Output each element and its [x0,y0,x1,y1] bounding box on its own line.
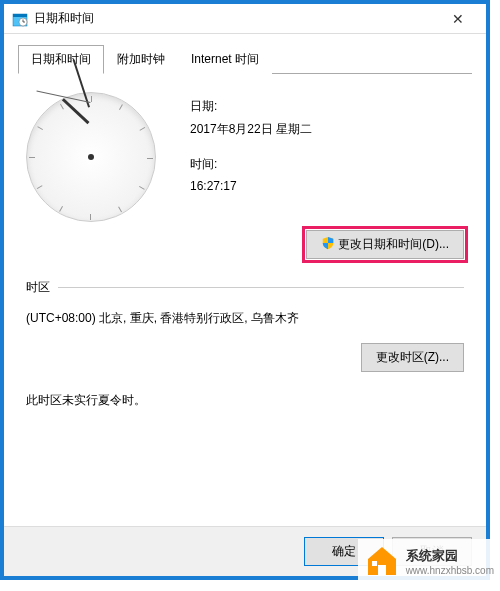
uac-shield-icon [321,236,335,250]
time-label: 时间: [190,156,464,173]
datetime-info: 日期: 2017年8月22日 星期二 时间: 16:27:17 [190,92,464,222]
analog-clock [26,92,156,222]
tab-additional-clocks[interactable]: 附加时钟 [104,45,178,74]
change-datetime-button[interactable]: 更改日期和时间(D)... [306,230,464,259]
watermark-text-wrap: 系统家园 www.hnzxhbsb.com [406,547,494,576]
window-frame: 日期和时间 ✕ 日期和时间 附加时钟 Internet 时间 [0,0,490,580]
svg-rect-5 [378,565,386,575]
close-icon: ✕ [452,11,464,27]
clock-center [88,154,94,160]
svg-rect-6 [372,561,377,566]
watermark-url: www.hnzxhbsb.com [406,565,494,576]
window-title: 日期和时间 [34,10,438,27]
change-datetime-label: 更改日期和时间(D)... [338,237,449,251]
content-area: 日期和时间 附加时钟 Internet 时间 [4,34,486,459]
watermark-name: 系统家园 [406,547,494,565]
time-value: 16:27:17 [190,179,464,193]
timezone-section-title: 时区 [26,279,58,296]
watermark: 系统家园 www.hnzxhbsb.com [358,539,500,583]
change-timezone-row: 更改时区(Z)... [26,343,464,372]
close-button[interactable]: ✕ [438,5,478,33]
tab-panel-datetime: 日期: 2017年8月22日 星期二 时间: 16:27:17 更改日期和时间(… [18,74,472,449]
svg-rect-1 [13,14,27,17]
datetime-app-icon [12,11,28,27]
datetime-row: 日期: 2017年8月22日 星期二 时间: 16:27:17 [26,92,464,222]
titlebar: 日期和时间 ✕ [4,4,486,34]
change-datetime-row: 更改日期和时间(D)... [26,230,464,259]
section-divider [58,287,464,288]
timezone-value: (UTC+08:00) 北京, 重庆, 香港特别行政区, 乌鲁木齐 [26,310,464,327]
date-value: 2017年8月22日 星期二 [190,121,464,138]
tab-internet-time[interactable]: Internet 时间 [178,45,272,74]
tab-datetime[interactable]: 日期和时间 [18,45,104,74]
dst-note: 此时区未实行夏令时。 [26,392,464,409]
date-label: 日期: [190,98,464,115]
timezone-section-header: 时区 [26,279,464,296]
change-timezone-button[interactable]: 更改时区(Z)... [361,343,464,372]
tab-strip: 日期和时间 附加时钟 Internet 时间 [18,44,472,74]
change-timezone-label: 更改时区(Z)... [376,350,449,364]
watermark-house-icon [364,543,400,579]
clock-container [26,92,166,222]
